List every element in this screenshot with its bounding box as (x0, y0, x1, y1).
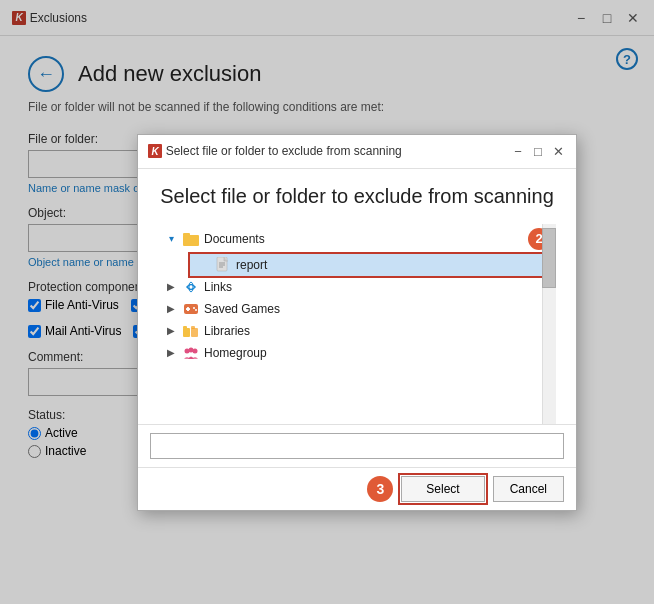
step-3-badge: 3 (367, 476, 393, 502)
libraries-icon (182, 324, 200, 338)
homegroup-icon (182, 346, 200, 360)
dialog-kaspersky-logo: K (148, 144, 162, 158)
svg-point-6 (189, 282, 193, 292)
svg-rect-1 (183, 233, 190, 236)
saved-games-arrow: ▶ (164, 303, 178, 314)
svg-point-10 (193, 307, 195, 309)
path-input[interactable]: C:\Users\w \Documents\report.txt (150, 433, 564, 459)
report-arrow (196, 259, 210, 270)
tree-item-documents[interactable]: ▾ Documents 2 (158, 224, 556, 254)
dialog-close-button[interactable]: ✕ (550, 143, 566, 159)
dialog-title: Select file or folder to exclude from sc… (166, 144, 510, 158)
links-icon (182, 280, 200, 294)
file-selector-dialog: K Select file or folder to exclude from … (137, 134, 577, 511)
homegroup-arrow: ▶ (164, 347, 178, 358)
documents-folder-icon (182, 232, 200, 246)
select-button[interactable]: Select (401, 476, 484, 502)
scrollbar-thumb[interactable] (542, 228, 556, 288)
report-label: report (236, 258, 550, 272)
documents-label: Documents (204, 232, 524, 246)
svg-rect-0 (183, 235, 199, 246)
report-file-icon (214, 258, 232, 272)
svg-point-11 (195, 309, 197, 311)
tree-item-libraries[interactable]: ▶ Libraries (158, 320, 556, 342)
links-arrow: ▶ (164, 281, 178, 292)
saved-games-icon (182, 302, 200, 316)
tree-item-homegroup[interactable]: ▶ Homegroup (158, 342, 556, 364)
file-tree[interactable]: ▾ Documents 2 report (158, 224, 556, 424)
tree-item-report[interactable]: report (190, 254, 556, 276)
dialog-minimize-button[interactable]: − (510, 143, 526, 159)
dialog-footer: 3 Select Cancel (138, 467, 576, 510)
dialog-heading: Select file or folder to exclude from sc… (158, 185, 556, 208)
dialog-body: Select file or folder to exclude from sc… (138, 169, 576, 424)
links-label: Links (204, 280, 550, 294)
path-row: C:\Users\w \Documents\report.txt (138, 424, 576, 467)
dialog-titlebar: K Select file or folder to exclude from … (138, 135, 576, 169)
dialog-controls: − □ ✕ (510, 143, 566, 159)
dialog-maximize-button[interactable]: □ (530, 143, 546, 159)
libraries-label: Libraries (204, 324, 550, 338)
tree-item-links[interactable]: ▶ Links (158, 276, 556, 298)
svg-rect-9 (186, 308, 190, 310)
svg-rect-12 (183, 328, 190, 337)
tree-item-saved-games[interactable]: ▶ Saved Games (158, 298, 556, 320)
cancel-button[interactable]: Cancel (493, 476, 564, 502)
homegroup-label: Homegroup (204, 346, 550, 360)
svg-rect-14 (191, 328, 198, 337)
documents-arrow: ▾ (164, 233, 178, 244)
svg-rect-13 (183, 326, 187, 329)
svg-point-18 (189, 347, 194, 352)
main-window: K Exclusions − □ ✕ ? ← Add new exclusion… (0, 0, 654, 604)
dialog-overlay: K Select file or folder to exclude from … (0, 0, 654, 604)
scrollbar-track[interactable] (542, 224, 556, 424)
svg-rect-15 (191, 326, 195, 329)
saved-games-label: Saved Games (204, 302, 550, 316)
libraries-arrow: ▶ (164, 325, 178, 336)
